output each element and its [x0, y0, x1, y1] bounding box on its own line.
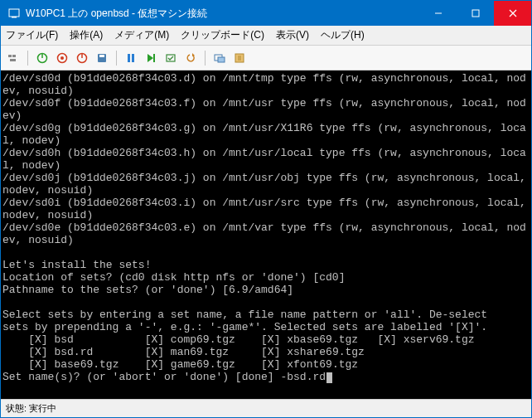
save-button[interactable]: [93, 49, 111, 67]
checkpoint-button[interactable]: [162, 49, 180, 67]
share-button[interactable]: [230, 49, 249, 67]
reset-button[interactable]: [142, 49, 160, 67]
svg-rect-21: [167, 55, 175, 61]
toolbar-separator: [205, 51, 206, 66]
shutdown-button[interactable]: [73, 49, 91, 67]
menubar: ファイル(F) 操作(A) メディア(M) クリップボード(C) 表示(V) ヘ…: [1, 26, 531, 46]
menu-help[interactable]: ヘルプ(H): [321, 28, 365, 42]
menu-clipboard[interactable]: クリップボード(C): [181, 28, 264, 42]
revert-button[interactable]: [181, 49, 200, 67]
window-title: W10PC1 上の openbsd - 仮想マシン接続: [26, 7, 419, 21]
terminal-text: /dev/sd0d (b91dde0268f34c03.d) on /mnt/t…: [2, 72, 531, 383]
menu-view[interactable]: 表示(V): [276, 28, 309, 42]
terminal-output[interactable]: /dev/sd0d (b91dde0268f34c03.d) on /mnt/t…: [1, 70, 531, 399]
enhanced-session-button[interactable]: [210, 49, 229, 67]
menu-file[interactable]: ファイル(F): [6, 28, 58, 42]
svg-rect-1: [12, 17, 17, 18]
svg-rect-17: [128, 54, 130, 62]
svg-rect-18: [132, 54, 134, 62]
toolbar: [1, 46, 531, 70]
svg-rect-7: [12, 55, 16, 57]
svg-rect-8: [10, 59, 16, 61]
ctrl-alt-del-button[interactable]: [4, 49, 22, 67]
maximize-button[interactable]: [457, 1, 494, 26]
svg-rect-3: [472, 10, 479, 17]
pause-button[interactable]: [122, 49, 140, 67]
menu-media[interactable]: メディア(M): [114, 28, 169, 42]
svg-marker-19: [148, 54, 153, 62]
titlebar[interactable]: W10PC1 上の openbsd - 仮想マシン接続: [1, 1, 531, 26]
start-button[interactable]: [33, 49, 51, 67]
status-value: 実行中: [29, 402, 56, 415]
vm-connection-window: W10PC1 上の openbsd - 仮想マシン接続 ファイル(F) 操作(A…: [0, 0, 532, 418]
turnoff-button[interactable]: [53, 49, 71, 67]
svg-rect-24: [218, 57, 225, 62]
toolbar-separator: [27, 51, 28, 66]
svg-rect-6: [8, 55, 12, 57]
cursor: [326, 372, 332, 383]
svg-rect-16: [99, 55, 104, 57]
svg-point-12: [60, 56, 64, 60]
menu-action[interactable]: 操作(A): [70, 28, 103, 42]
status-label: 状態:: [6, 402, 27, 415]
close-button[interactable]: [494, 1, 531, 26]
app-icon: [7, 7, 21, 20]
statusbar: 状態: 実行中: [1, 399, 531, 417]
toolbar-separator: [116, 51, 117, 66]
svg-marker-22: [192, 53, 195, 56]
minimize-button[interactable]: [419, 1, 457, 26]
svg-rect-0: [9, 9, 19, 17]
